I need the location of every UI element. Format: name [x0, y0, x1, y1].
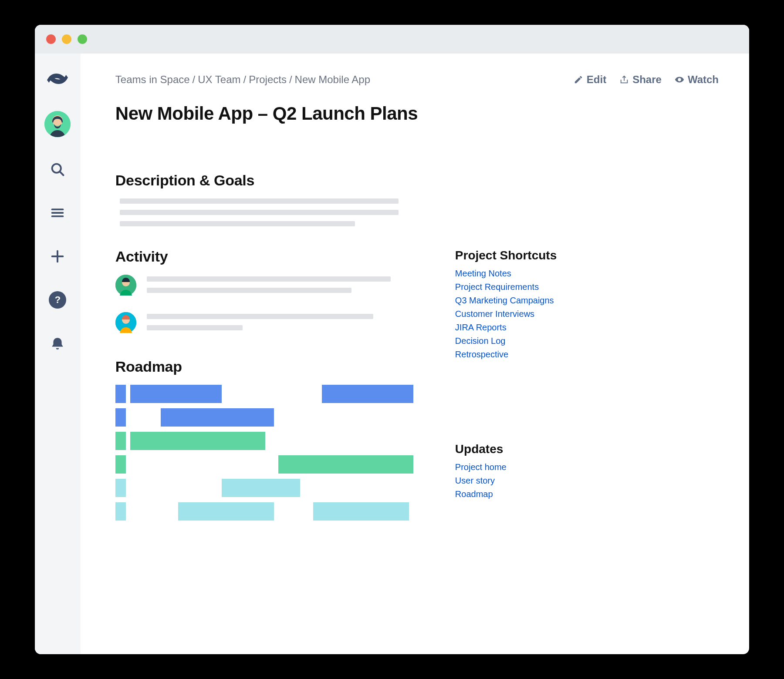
shortcut-link[interactable]: Decision Log — [455, 336, 577, 346]
gantt-bar — [115, 502, 126, 521]
placeholder-text — [120, 198, 399, 204]
updates-heading: Updates — [455, 442, 577, 456]
gantt-bar — [130, 432, 265, 450]
updates-list: Project home User story Roadmap — [455, 462, 577, 499]
gantt-bar — [313, 502, 409, 521]
gantt-bar — [115, 408, 126, 427]
placeholder-text — [120, 210, 399, 215]
shortcut-link[interactable]: Project Requirements — [455, 282, 577, 292]
roadmap-gantt — [115, 385, 429, 521]
shortcut-link[interactable]: Meeting Notes — [455, 269, 577, 279]
user-avatar[interactable] — [44, 111, 71, 137]
update-link[interactable]: Roadmap — [455, 489, 577, 499]
activity-item — [115, 312, 429, 336]
placeholder-text — [147, 325, 243, 330]
section-activity-heading: Activity — [115, 248, 429, 265]
section-description-heading: Description & Goals — [115, 172, 429, 189]
breadcrumb-segment[interactable]: New Mobile App — [295, 74, 370, 86]
shortcut-link[interactable]: Customer Interviews — [455, 309, 577, 319]
gantt-bar — [115, 455, 126, 474]
activity-item — [115, 275, 429, 299]
gantt-bar — [130, 385, 222, 403]
gantt-bar — [115, 479, 126, 497]
breadcrumb-segment[interactable]: Projects — [249, 74, 287, 86]
window-maximize-button[interactable] — [78, 34, 87, 44]
search-icon[interactable] — [46, 158, 69, 181]
activity-avatar[interactable] — [115, 312, 136, 333]
breadcrumb-segment[interactable]: Teams in Space — [115, 74, 190, 86]
left-nav-rail: ? — [35, 54, 81, 654]
share-label: Share — [632, 74, 662, 86]
breadcrumb-segment[interactable]: UX Team — [198, 74, 240, 86]
section-roadmap-heading: Roadmap — [115, 358, 429, 375]
shortcut-link[interactable]: Q3 Marketing Campaigns — [455, 296, 577, 306]
breadcrumb: Teams in Space / UX Team / Projects / Ne… — [115, 74, 370, 86]
gantt-bar — [178, 502, 274, 521]
edit-label: Edit — [587, 74, 606, 86]
notifications-icon[interactable] — [46, 332, 69, 355]
edit-button[interactable]: Edit — [574, 74, 606, 86]
add-icon[interactable] — [46, 245, 69, 268]
watch-label: Watch — [688, 74, 719, 86]
gantt-bar — [161, 408, 274, 427]
shortcut-link[interactable]: JIRA Reports — [455, 323, 577, 333]
placeholder-text — [147, 314, 373, 319]
watch-button[interactable]: Watch — [675, 74, 719, 86]
page-topbar: Teams in Space / UX Team / Projects / Ne… — [115, 74, 719, 86]
window-titlebar — [35, 25, 749, 54]
shortcuts-list: Meeting Notes Project Requirements Q3 Ma… — [455, 269, 577, 360]
app-window: ? Teams in Space / UX Team / Projects / … — [35, 25, 749, 654]
gantt-bar — [278, 455, 413, 474]
share-button[interactable]: Share — [619, 74, 662, 86]
gantt-bar — [222, 479, 300, 497]
eye-icon — [675, 75, 684, 84]
help-icon[interactable]: ? — [46, 289, 69, 311]
gantt-bar — [115, 432, 126, 450]
confluence-logo-icon[interactable] — [46, 67, 69, 90]
gantt-bar — [322, 385, 413, 403]
placeholder-text — [147, 288, 351, 293]
update-link[interactable]: User story — [455, 476, 577, 486]
gantt-bar — [115, 385, 126, 403]
update-link[interactable]: Project home — [455, 462, 577, 472]
svg-line-3 — [60, 172, 64, 175]
window-close-button[interactable] — [46, 34, 56, 44]
placeholder-text — [120, 221, 355, 226]
share-icon — [619, 75, 629, 84]
page-title: New Mobile App – Q2 Launch Plans — [115, 103, 719, 124]
pencil-icon — [574, 75, 583, 84]
window-minimize-button[interactable] — [62, 34, 71, 44]
page-actions: Edit Share Watch — [574, 74, 719, 86]
menu-icon[interactable] — [46, 202, 69, 224]
shortcut-link[interactable]: Retrospective — [455, 350, 577, 360]
placeholder-text — [147, 276, 391, 282]
shortcuts-heading: Project Shortcuts — [455, 249, 577, 262]
activity-avatar[interactable] — [115, 275, 136, 296]
